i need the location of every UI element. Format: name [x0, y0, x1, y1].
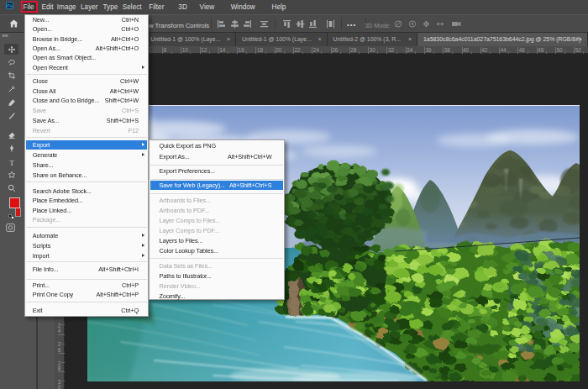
svg-text:Ps: Ps: [7, 3, 13, 8]
svg-text:T: T: [9, 159, 14, 166]
